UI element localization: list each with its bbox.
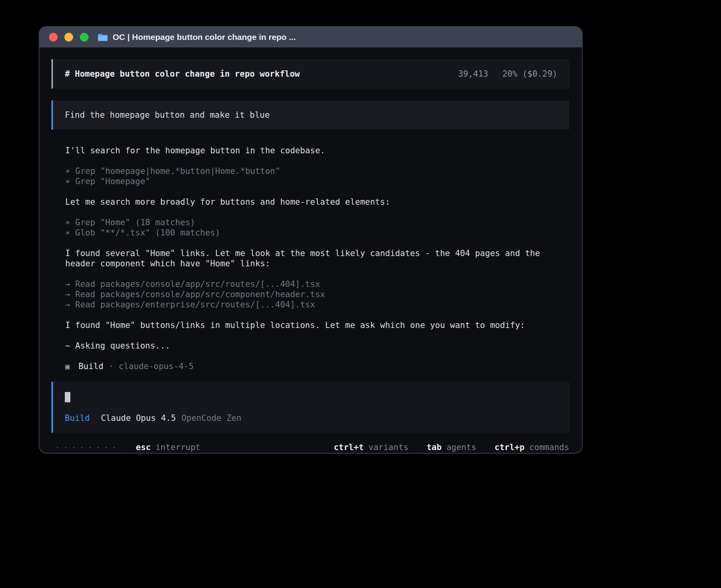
terminal-content: # Homepage button color change in repo w… [40,47,582,453]
tool-call-grep: ∗ Grep "Home" (18 matches) [65,217,569,228]
close-button[interactable] [49,33,58,41]
context-usage: 20% ($0.29) [502,69,557,79]
prompt-input[interactable]: Build Claude Opus 4.5 OpenCode Zen [51,382,569,433]
model-status-line: Build Claude Opus 4.5 OpenCode Zen [65,413,557,423]
session-title: # Homepage button color change in repo w… [65,69,300,79]
tool-call-grep: ∗ Grep "Homepage" [65,176,569,187]
user-message: Find the homepage button and make it blu… [51,100,569,130]
assistant-message: Let me search more broadly for buttons a… [65,197,569,207]
tool-call-grep: ∗ Grep "homepage|home.*button|Home.*butt… [65,166,569,176]
user-message-text: Find the homepage button and make it blu… [65,110,270,120]
text-cursor [65,392,70,402]
tool-call-read: → Read packages/console/app/src/routes/[… [65,279,569,289]
label-commands: commands [529,442,569,452]
assistant-status: ~ Asking questions... [65,341,569,351]
label-interrupt: interrupt [155,442,200,452]
tool-call-read: → Read packages/console/app/src/componen… [65,289,569,300]
keyhint-agents: tab agents [427,442,476,452]
minimize-button[interactable] [64,33,73,41]
tool-call-glob: ∗ Glob "**/*.tsx" (100 matches) [65,228,569,238]
label-variants: variants [368,442,408,452]
session-header: # Homepage button color change in repo w… [51,59,569,89]
zoom-button[interactable] [80,33,89,41]
model-name: Claude Opus 4.5 [101,413,176,423]
key-esc: esc [136,442,151,452]
agent-status-line: ▣ Build · claude-opus-4-5 [65,361,569,371]
agent-name: Build [78,361,103,371]
window-title: OC | Homepage button color change in rep… [113,32,296,42]
token-count: 39,413 [458,69,488,79]
assistant-message: I found several "Home" links. Let me loo… [65,248,569,269]
label-agents: agents [446,442,476,452]
window-titlebar: OC | Homepage button color change in rep… [40,27,582,47]
progress-dots: ········ [55,442,120,452]
tool-call-read: → Read packages/enterprise/src/routes/[.… [65,300,569,310]
agent-icon: ▣ [65,361,70,371]
provider-name: OpenCode Zen [181,413,242,423]
agent-separator: · [109,361,114,371]
session-stats: 39,413 20% ($0.29) [458,69,557,79]
key-ctrl-t: ctrl+t [334,442,364,452]
terminal-window: OC | Homepage button color change in rep… [40,27,582,453]
keyhint-variants: ctrl+t variants [334,442,408,452]
folder-icon [97,33,108,41]
conversation: I'll search for the homepage button in t… [51,145,569,382]
agent-model: claude-opus-4-5 [119,361,194,371]
key-ctrl-p: ctrl+p [495,442,525,452]
keyhint-commands: ctrl+p commands [495,442,569,452]
status-bar: ········ esc interrupt ctrl+t variants t… [51,442,569,452]
window-title-area: OC | Homepage button color change in rep… [97,32,296,42]
key-tab: tab [427,442,442,452]
traffic-lights [49,33,89,41]
mode-label: Build [65,413,90,423]
keyhint-interrupt: esc interrupt [136,442,201,452]
assistant-message: I found "Home" buttons/links in multiple… [65,320,569,330]
assistant-message: I'll search for the homepage button in t… [65,145,569,156]
